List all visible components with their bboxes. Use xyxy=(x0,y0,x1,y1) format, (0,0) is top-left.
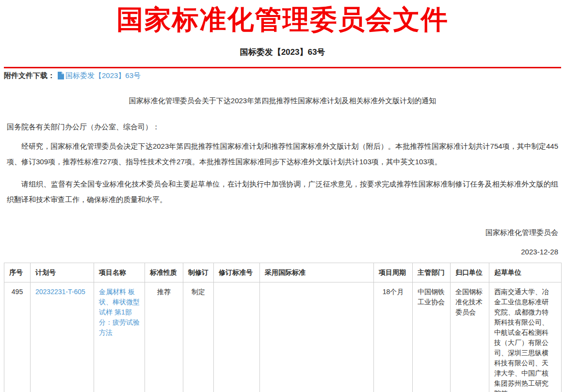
col-header-period: 项目周期 xyxy=(374,263,413,282)
attachment-link-label: 国标委发【2023】63号 xyxy=(65,71,141,80)
col-header-plan-no: 计划号 xyxy=(31,263,94,282)
attachment-download-bar: 附件文件下载： 国标委发【2023】63号 xyxy=(4,71,561,80)
body-paragraph-1: 经研究，国家标准化管理委员会决定下达2023年第四批推荐性国家标准计划和推荐性国… xyxy=(7,139,558,170)
cell-org-unit: 全国钢标准化技术委员会 xyxy=(451,282,489,392)
issuer-signature: 国家标准化管理委员会 xyxy=(0,228,565,237)
col-header-org-unit: 归口单位 xyxy=(451,263,489,282)
cell-dept: 中国钢铁工业协会 xyxy=(413,282,451,392)
cell-seq: 495 xyxy=(4,282,31,392)
issue-date: 2023-12-28 xyxy=(0,247,565,257)
col-header-revised-std-no: 修订标准号 xyxy=(214,263,260,282)
cell-nature: 推荐 xyxy=(145,282,183,392)
col-header-drafters: 起草单位 xyxy=(489,263,562,282)
standards-plan-table: 序号 计划号 项目名称 标准性质 制修订 修订标准号 采用国际标准 项目周期 主… xyxy=(4,263,562,392)
cell-revised-std-no xyxy=(214,282,260,392)
red-divider-line xyxy=(4,67,561,68)
cell-plan-no: 20232231-T-605 xyxy=(31,282,94,392)
body-paragraph-2: 请组织、监督有关全国专业标准化技术委员会和主要起草单位，在计划执行中加强协调，广… xyxy=(7,176,558,207)
table-row: 495 20232231-T-605 金属材料 板状、棒状微型试样 第1部分：疲… xyxy=(4,282,562,392)
notice-title: 国家标准化管理委员会关于下达2023年第四批推荐性国家标准计划及相关标准外文版计… xyxy=(0,96,565,106)
document-number: 国标委发【2023】63号 xyxy=(0,47,565,57)
col-header-project-name: 项目名称 xyxy=(94,263,145,282)
col-header-intl-std: 采用国际标准 xyxy=(260,263,374,282)
document-header-title: 国家标准化管理委员会文件 xyxy=(0,5,565,35)
project-name-link[interactable]: 金属材料 板状、棒状微型试样 第1部分：疲劳试验方法 xyxy=(99,288,140,336)
document-icon xyxy=(58,72,64,79)
cell-revise-type: 制定 xyxy=(183,282,214,392)
notice-body: 国务院各有关部门办公厅（办公室、综合司）： 经研究，国家标准化管理委员会决定下达… xyxy=(0,122,565,207)
cell-period: 18个月 xyxy=(374,282,413,392)
attachment-download-link[interactable]: 国标委发【2023】63号 xyxy=(58,71,141,80)
plan-no-link[interactable]: 20232231-T-605 xyxy=(35,288,85,296)
col-header-seq: 序号 xyxy=(4,263,31,282)
salutation: 国务院各有关部门办公厅（办公室、综合司）： xyxy=(7,122,558,132)
col-header-nature: 标准性质 xyxy=(145,263,183,282)
cell-drafters: 西南交通大学、冶金工业信息标准研究院、成都微力特斯科技有限公司、中航试金石检测科… xyxy=(489,282,562,392)
col-header-dept: 主管部门 xyxy=(413,263,451,282)
cell-project-name: 金属材料 板状、棒状微型试样 第1部分：疲劳试验方法 xyxy=(94,282,145,392)
col-header-revise-type: 制修订 xyxy=(183,263,214,282)
attachment-label: 附件文件下载： xyxy=(4,71,55,80)
cell-intl-std xyxy=(260,282,374,392)
table-header-row: 序号 计划号 项目名称 标准性质 制修订 修订标准号 采用国际标准 项目周期 主… xyxy=(4,263,562,282)
